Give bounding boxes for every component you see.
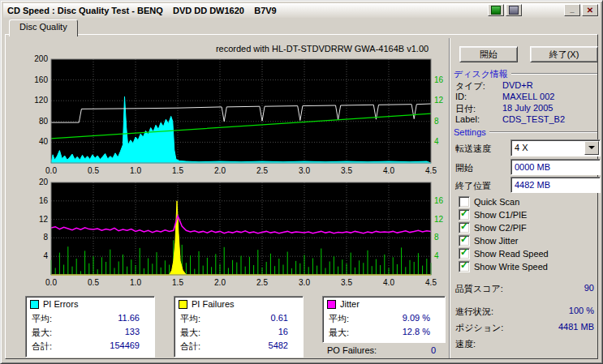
jitter-statbox: Jitter 平均:9.09 % 最大:12.8 % [322,296,446,343]
start-pos-field[interactable]: 0000 MB [510,159,601,175]
checkbox-show-c1-pie[interactable]: ✓ Show C1/PIE [459,209,527,221]
svg-text:1.0: 1.0 [130,278,141,287]
minimize-button[interactable]: _ [564,4,580,16]
svg-text:120: 120 [34,96,48,105]
jitter-legend-chip [327,300,336,309]
check-icon: ✓ [460,259,468,271]
svg-text:0.0: 0.0 [45,278,57,287]
svg-text:4: 4 [434,251,439,260]
speed-select[interactable]: 4 X [510,139,601,156]
svg-text:12: 12 [434,96,444,105]
checkbox-box[interactable]: ✓ [459,235,470,246]
svg-text:4.5: 4.5 [425,278,437,287]
checkbox-show-read-speed[interactable]: ✓ Show Read Speed [459,248,549,259]
svg-text:16: 16 [39,196,49,205]
disc-info-header: ディスク情報 [454,69,597,79]
po-failures-value: 0 [431,345,436,355]
pif-jitter-chart: 0.00.51.01.52.02.53.03.54.04.54812162048… [22,176,449,294]
svg-text:4: 4 [43,251,48,260]
checkbox-box[interactable] [459,196,470,208]
checkbox-box[interactable]: ✓ [459,222,470,233]
svg-text:40: 40 [39,137,49,146]
svg-text:1.0: 1.0 [130,166,141,175]
disc-type-row: タイプ: DVD+R [455,80,596,91]
checkbox-show-c2-pif[interactable]: ✓ Show C2/PIF [459,222,527,233]
titlebar[interactable]: CD Speed : Disc Quality Test - BENQ DVD … [3,3,600,18]
checkbox-box[interactable]: ✓ [459,261,470,272]
po-failures-row: PO Failures: 0 [327,345,437,357]
check-icon: ✓ [460,233,468,245]
quality-score-value: 90 [584,283,594,293]
svg-text:200: 200 [34,54,48,63]
pi-failures-statbox: PI Failures 平均:0.61 最大:16 合計:5482 [174,296,304,358]
svg-text:4.5: 4.5 [425,166,437,175]
svg-text:0.0: 0.0 [45,166,57,175]
checkbox-box[interactable]: ✓ [459,248,470,259]
graph-icon-button[interactable] [488,4,504,16]
disc-label-row: Label: CDS_TEST_B2 [455,114,596,125]
exit-button[interactable]: 終了(X) [530,46,598,62]
svg-text:12: 12 [39,215,49,224]
svg-text:2.5: 2.5 [256,166,268,175]
speed-row: 速度: [455,338,596,349]
titlebar-buttons: _ ✕ [486,4,598,16]
quality-score-row: 品質スコア: 90 [455,283,596,293]
svg-text:3.0: 3.0 [299,166,310,175]
position-row: ポジション: 4481 MB [455,322,596,332]
checkbox-box[interactable]: ✓ [459,209,470,221]
close-button[interactable]: ✕ [582,4,598,16]
svg-text:3.5: 3.5 [341,166,352,175]
disc-id-row: ID: MAXELL 002 [455,92,596,102]
settings-header: Settings [454,127,597,137]
check-icon: ✓ [460,208,468,219]
chevron-down-icon [588,146,595,149]
drive-icon [509,6,519,15]
pi-failures-legend-chip [179,300,187,309]
end-pos-field[interactable]: 4482 MB [510,177,601,193]
pi-errors-statbox: PI Errors 平均:11.66 最大:133 合計:154469 [25,296,155,358]
tab-disc-quality[interactable]: Disc Quality [9,19,78,36]
svg-text:8: 8 [434,117,439,126]
position-value: 4481 MB [558,322,594,332]
progress-value: 100 % [569,306,594,315]
svg-text:1.5: 1.5 [172,278,183,287]
svg-text:0.5: 0.5 [88,166,99,175]
svg-text:0.5: 0.5 [88,278,99,287]
svg-text:80: 80 [39,117,49,126]
graph-icon [491,6,501,15]
checkbox-show-write-speed[interactable]: ✓ Show Write Speed [459,261,548,272]
window-title: CD Speed : Disc Quality Test - BENQ DVD … [3,6,277,15]
pi-errors-chart: 0.00.51.01.52.02.53.03.54.04.54080120160… [22,40,449,178]
pi-errors-legend-chip [30,300,39,309]
check-icon: ✓ [460,246,468,258]
svg-text:12: 12 [434,215,444,224]
drive-icon-button[interactable] [506,4,522,16]
combo-dropdown-button[interactable] [584,141,599,155]
svg-text:3.5: 3.5 [341,278,352,287]
svg-text:3.0: 3.0 [299,278,310,287]
svg-text:20: 20 [39,178,49,186]
svg-text:4.0: 4.0 [383,278,394,287]
svg-text:8: 8 [43,233,48,242]
minimize-icon: _ [570,6,574,14]
disc-date-row: 日付: 18 July 2005 [455,103,596,113]
start-button[interactable]: 開始 [459,46,518,62]
progress-row: 進行状況: 100 % [455,306,596,316]
svg-text:4.0: 4.0 [383,166,394,175]
checkbox-quick-scan[interactable]: Quick Scan [459,196,519,208]
svg-text:16: 16 [434,196,444,205]
svg-text:4: 4 [434,137,439,146]
svg-text:2.0: 2.0 [214,166,226,175]
svg-text:16: 16 [434,75,444,84]
svg-text:8: 8 [434,233,439,242]
app-window: CD Speed : Disc Quality Test - BENQ DVD … [0,0,603,364]
panel-divider [449,38,450,358]
svg-text:2.5: 2.5 [256,278,268,287]
svg-text:1.5: 1.5 [172,166,183,175]
svg-text:160: 160 [34,75,48,84]
close-icon: ✕ [587,6,593,14]
checkbox-show-jitter[interactable]: ✓ Show Jitter [459,235,518,246]
check-icon: ✓ [460,221,468,232]
svg-text:2.0: 2.0 [214,278,226,287]
